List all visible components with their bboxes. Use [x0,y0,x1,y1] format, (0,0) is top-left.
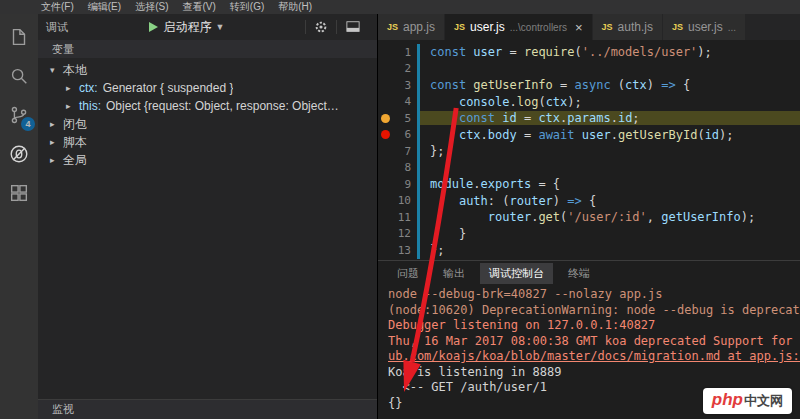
editor-area: JSapp.jsJSuser.js...\controllers×JSauth.… [378,14,800,419]
variable-name: ctx: [79,81,98,95]
tab-path: ...\controllers [510,22,567,33]
code-editor[interactable]: 1const user = require('../models/user');… [378,40,800,260]
variables-section-header[interactable]: 变量 [38,40,377,58]
line-number: 6 [393,128,417,141]
js-file-icon: JS [602,22,613,32]
current-line-indicator [381,114,390,123]
debug-config-dropdown[interactable]: 启动程序 ▼ [164,19,225,36]
panel-tab[interactable]: 输出 [434,263,474,284]
js-file-icon: JS [454,22,465,32]
line-number: 1 [393,46,417,59]
code-line-text: const user = require('../models/user'); [420,45,800,59]
debug-icon[interactable] [6,141,32,167]
code-line-text: router.get('/user/:id', getUserInfo); [420,210,800,224]
debug-config-label: 启动程序 [164,19,212,36]
editor-tab[interactable]: JSuser.js...\controllers× [445,14,593,40]
console-line: node --debug-brk=40827 --nolazy app.js [388,287,800,303]
code-line-text: } [420,227,800,241]
start-debug-button[interactable] [149,22,158,32]
editor-tab[interactable]: JSauth.js [593,14,663,40]
tab-label: app.js [403,20,435,34]
debug-console-toggle-icon[interactable] [336,20,369,34]
editor-tab-bar: JSapp.jsJSuser.js...\controllers×JSauth.… [378,14,800,40]
variable-value: Generator { suspended } [103,81,234,95]
debug-toolbar: 调试 启动程序 ▼ [38,14,377,40]
menu-item[interactable]: 编辑(E) [81,0,128,14]
menu-item[interactable]: 帮助(H) [271,0,319,14]
scope-label: 本地 [63,62,87,79]
workbench-body: 4 调试 启动程序 ▼ [0,14,800,419]
editor-tab[interactable]: JSuser.js... [663,14,746,40]
code-line-text: module.exports = { [420,177,800,191]
menu-item[interactable]: 查看(V) [175,0,222,14]
menu-item[interactable]: 转到(G) [223,0,271,14]
chevron-icon: ▸ [66,101,79,111]
logo-cn-text: 中文网 [744,392,783,410]
close-icon[interactable]: × [575,20,583,35]
breakpoint-gutter[interactable] [378,114,393,123]
modified-gutter-bar [417,160,420,177]
chevron-icon: ▸ [50,155,63,165]
line-number: 5 [393,112,417,125]
tab-path: ... [728,22,736,33]
variables-tree-item[interactable]: ▸闭包 [38,115,377,133]
explorer-icon[interactable] [6,24,32,50]
code-line-text: }; [420,243,800,257]
chevron-icon: ▸ [50,119,63,129]
tab-label: user.js [688,20,723,34]
line-number: 7 [393,145,417,158]
line-number: 2 [393,62,417,75]
code-line: 6 ctx.body = await user.getUserById(id); [378,127,800,144]
modified-gutter-bar [417,61,420,78]
line-number: 13 [393,244,417,257]
console-line[interactable]: ub.com/koajs/koa/blob/master/docs/migrat… [388,349,800,365]
variable-value: Object {request: Object, response: Objec… [106,99,339,113]
panel-tab-bar: 问题输出调试控制台终端 [378,261,800,285]
variables-tree: ▾本地▸ctx:Generator { suspended }▸this:Obj… [38,58,377,169]
panel-tab[interactable]: 终端 [559,263,599,284]
chevron-icon: ▸ [50,137,63,147]
chevron-down-icon: ▼ [216,22,225,32]
scope-label: 全局 [63,152,87,169]
gear-icon[interactable] [305,20,336,34]
line-number: 8 [393,161,417,174]
panel-tab[interactable]: 问题 [388,263,428,284]
code-line: 9module.exports = { [378,176,800,193]
vscode-window: 文件(F)编辑(E)选择(S)查看(V)转到(G)帮助(H) 4 调试 [0,0,800,419]
editor-tab[interactable]: JSapp.js [378,14,445,40]
chevron-icon: ▸ [66,83,79,93]
watch-section-header[interactable]: 监视 [38,399,377,419]
console-line: Thu, 16 Mar 2017 08:00:38 GMT koa deprec… [388,334,800,350]
code-line: 4 console.log(ctx); [378,94,800,111]
breakpoint-gutter[interactable] [378,130,393,139]
variables-tree-item[interactable]: ▸全局 [38,151,377,169]
code-line-text: auth: (router) => { [420,194,800,208]
menu-item[interactable]: 文件(F) [34,0,81,14]
variables-tree-item[interactable]: ▸this:Object {request: Object, response:… [38,97,377,115]
variables-tree-item[interactable]: ▸ctx:Generator { suspended } [38,79,377,97]
menu-item[interactable]: 选择(S) [128,0,175,14]
php-cn-logo: php 中文网 [703,388,792,414]
code-line: 2 [378,61,800,78]
console-line: Koa is listening in 8889 [388,365,800,381]
variables-tree-item[interactable]: ▸脚本 [38,133,377,151]
search-icon[interactable] [6,63,32,89]
debug-sidebar: 调试 启动程序 ▼ 变量 ▾本地▸ctx:Generator { suspend… [38,14,378,419]
menu-bar: 文件(F)编辑(E)选择(S)查看(V)转到(G)帮助(H) [0,0,800,14]
code-line: 11 router.get('/user/:id', getUserInfo); [378,209,800,226]
panel-tab[interactable]: 调试控制台 [480,263,553,284]
js-file-icon: JS [672,22,683,32]
extensions-icon[interactable] [6,180,32,206]
console-line: (node:10620) DeprecationWarning: node --… [388,303,800,319]
code-line: 5 const id = ctx.params.id; [378,110,800,127]
source-control-icon[interactable]: 4 [6,102,32,128]
variables-tree-item[interactable]: ▾本地 [38,61,377,79]
code-line: 12 } [378,226,800,243]
console-line: Debugger listening on 127.0.0.1:40827 [388,318,800,334]
line-number: 10 [393,194,417,207]
js-file-icon: JS [387,22,398,32]
logo-php-text: php [712,390,743,410]
code-line: 7}; [378,143,800,160]
line-number: 12 [393,227,417,240]
line-number: 9 [393,178,417,191]
